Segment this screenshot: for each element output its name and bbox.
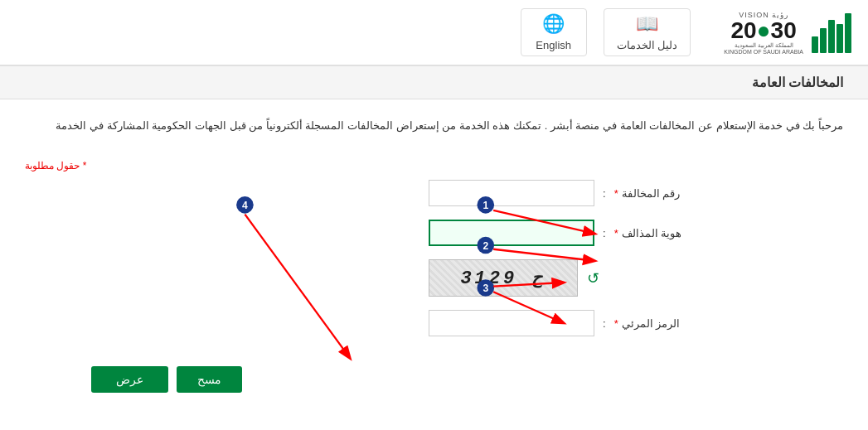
violation-colon: :	[603, 187, 606, 200]
welcome-text: مرحباً بك في خدمة الإستعلام عن المخالفات…	[25, 116, 843, 135]
header-nav: 🌐 English 📖 دليل الخدمات VISION رؤية 20●…	[521, 8, 851, 56]
absher-bar-3	[828, 20, 835, 53]
captcha-colon: :	[603, 317, 606, 330]
form-container: رقم المخالفة * : هوية المذالف * :	[25, 180, 843, 350]
absher-bars	[812, 12, 851, 53]
offender-label-text: هوية المذالف	[622, 227, 682, 239]
vision-2030-logo: VISION رؤية 20●30 المملكة العربية السعود…	[724, 11, 851, 55]
form-wrapper: * حقول مطلوبة رقم المخالفة * : هوية الم	[25, 160, 843, 393]
captcha-input[interactable]	[429, 310, 594, 336]
form-fields: رقم المخالفة * : هوية المذالف * :	[429, 180, 843, 350]
absher-bar-2	[820, 28, 827, 53]
offender-req-star: *	[614, 227, 618, 239]
captcha-label: الرمز المرئي *	[614, 317, 681, 330]
captcha-image-row: ↺ ح 3129	[429, 259, 843, 297]
absher-bar-1	[812, 36, 818, 53]
required-note: * حقول مطلوبة	[25, 160, 843, 172]
page-title-bar: المخالفات العامة	[0, 66, 868, 99]
violation-label-text: رقم المخالفة	[622, 187, 681, 200]
clear-button[interactable]: مسح	[177, 366, 242, 393]
services-guide-label: دليل الخدمات	[617, 39, 678, 51]
english-label: English	[536, 39, 571, 51]
captcha-text: ح 3129	[460, 267, 546, 289]
captcha-req-star: *	[614, 317, 618, 330]
display-button[interactable]: عرض	[91, 366, 168, 393]
english-nav-item[interactable]: 🌐 English	[521, 8, 587, 56]
required-note-text: * حقول مطلوبة	[25, 160, 86, 172]
vision-year: 20●30	[731, 19, 797, 42]
captcha-input-row: الرمز المرئي * :	[429, 310, 843, 336]
header: 🌐 English 📖 دليل الخدمات VISION رؤية 20●…	[0, 0, 868, 66]
violation-number-row: رقم المخالفة * :	[429, 180, 843, 206]
captcha-refresh-button[interactable]: ↺	[587, 269, 599, 287]
absher-bar-5	[845, 13, 851, 53]
vision-logo-text: VISION رؤية 20●30 المملكة العربية السعود…	[724, 11, 803, 55]
offender-id-row: هوية المذالف * :	[429, 220, 843, 246]
violation-number-input[interactable]	[429, 180, 594, 206]
offender-colon: :	[603, 227, 606, 239]
offender-label: هوية المذالف *	[614, 227, 682, 239]
kingdom-arabic: المملكة العربية السعودية	[735, 42, 793, 49]
buttons-area: عرض مسح	[25, 366, 843, 393]
globe-icon: 🌐	[542, 13, 565, 35]
offender-id-input[interactable]	[429, 220, 594, 246]
page-title: المخالفات العامة	[752, 75, 843, 89]
book-icon: 📖	[636, 13, 658, 35]
main-content: مرحباً بك في خدمة الإستعلام عن المخالفات…	[0, 99, 868, 409]
captcha-image: ح 3129	[429, 259, 578, 297]
violation-req-star: *	[614, 187, 618, 200]
absher-bar-4	[836, 24, 843, 53]
captcha-label-text: الرمز المرئي	[622, 317, 681, 330]
kingdom-english: KINGDOM OF SAUDI ARABIA	[724, 49, 803, 55]
vision-year-highlight: ●	[757, 17, 771, 43]
absher-logo	[812, 12, 851, 53]
violation-label: رقم المخالفة *	[614, 187, 681, 200]
services-guide-nav-item[interactable]: 📖 دليل الخدمات	[604, 8, 691, 56]
